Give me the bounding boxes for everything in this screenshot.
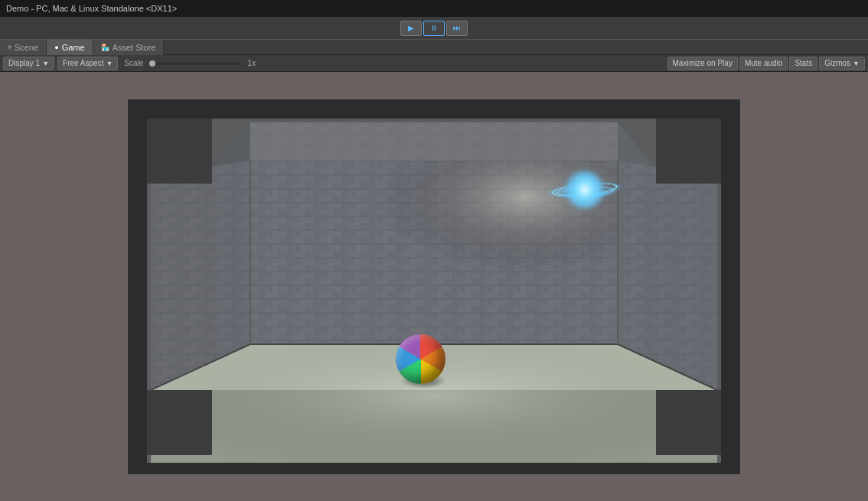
- play-button[interactable]: ▶: [400, 21, 422, 36]
- scale-slider[interactable]: [149, 62, 241, 65]
- toolbar: ▶ ⏸ ⏭: [0, 17, 868, 40]
- mute-button[interactable]: Mute audio: [739, 57, 788, 70]
- game-ball: [396, 334, 445, 384]
- gizmos-chevron-icon: ▼: [853, 60, 860, 67]
- play-controls: ▶ ⏸ ⏭: [400, 21, 468, 36]
- stats-button[interactable]: Stats: [789, 57, 817, 70]
- toolbar-right: Maximize on Play Mute audio Stats Gizmos…: [667, 57, 865, 70]
- aspect-label: Free Aspect: [63, 59, 103, 67]
- game-viewport: [0, 72, 868, 501]
- scene-icon: #: [8, 44, 11, 51]
- aspect-dropdown[interactable]: Free Aspect ▼: [57, 57, 118, 70]
- aspect-chevron-icon: ▼: [106, 60, 113, 67]
- svg-marker-27: [656, 119, 721, 184]
- gizmos-button[interactable]: Gizmos ▼: [819, 57, 865, 70]
- svg-marker-23: [128, 463, 740, 474]
- maximize-button[interactable]: Maximize on Play: [667, 57, 738, 70]
- gizmos-label: Gizmos: [824, 59, 850, 67]
- title-bar: Demo - PC, Mac & Linux Standalone <DX11>: [0, 0, 868, 17]
- store-icon: 🏪: [101, 44, 109, 51]
- svg-marker-29: [656, 390, 721, 455]
- asset-store-tab-label: Asset Store: [113, 43, 156, 52]
- scene-container: [128, 99, 740, 474]
- game-tab-label: Game: [62, 43, 85, 52]
- maximize-label: Maximize on Play: [673, 59, 733, 67]
- portal-effect: [543, 151, 627, 236]
- scale-value: 1x: [244, 59, 259, 67]
- display-dropdown[interactable]: Display 1 ▼: [3, 57, 54, 70]
- svg-marker-28: [147, 390, 212, 455]
- scene-svg: [128, 99, 740, 474]
- tab-game[interactable]: ● Game: [47, 40, 93, 55]
- display-chevron-icon: ▼: [42, 60, 49, 67]
- tab-bar: # Scene ● Game 🏪 Asset Store: [0, 40, 868, 55]
- portal-glow: [566, 171, 604, 209]
- title-text: Demo - PC, Mac & Linux Standalone <DX11>: [6, 4, 177, 13]
- game-toolbar: Display 1 ▼ Free Aspect ▼ Scale 1x Maxim…: [0, 55, 868, 72]
- svg-marker-26: [147, 119, 212, 184]
- svg-marker-25: [721, 99, 740, 474]
- tab-scene[interactable]: # Scene: [0, 40, 47, 55]
- mute-label: Mute audio: [745, 59, 782, 67]
- scene-tab-label: Scene: [15, 43, 38, 52]
- step-button[interactable]: ⏭: [446, 21, 468, 36]
- game-icon: ●: [54, 44, 58, 51]
- svg-marker-24: [128, 99, 147, 474]
- tab-asset-store[interactable]: 🏪 Asset Store: [93, 40, 165, 55]
- pause-button[interactable]: ⏸: [423, 21, 445, 36]
- scale-text: Scale: [121, 59, 146, 67]
- scale-thumb[interactable]: [149, 60, 155, 67]
- stats-label: Stats: [795, 59, 812, 67]
- svg-marker-22: [128, 99, 740, 119]
- display-label: Display 1: [8, 59, 40, 67]
